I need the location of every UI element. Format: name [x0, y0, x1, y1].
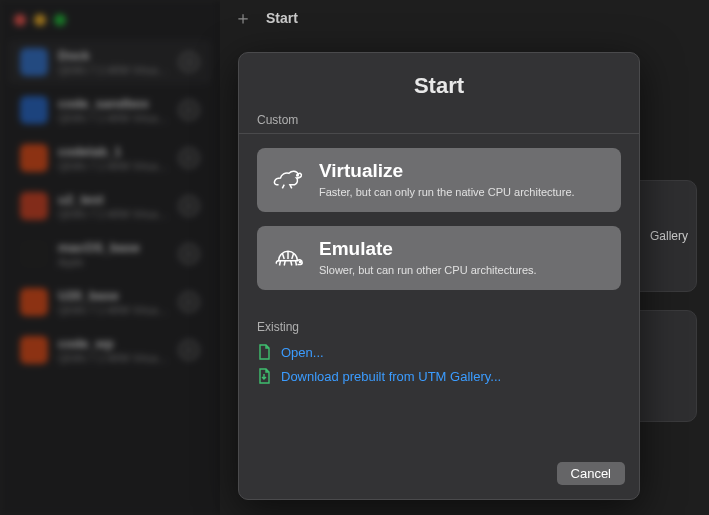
option-virtualize[interactable]: Virtualize Faster, but can only run the …	[257, 148, 621, 212]
option-desc: Slower, but can run other CPU architectu…	[319, 264, 537, 276]
section-label-existing: Existing	[239, 320, 639, 340]
sidebar-vm-item[interactable]: DockQEMU 7.2 ARM Virtual M…	[8, 40, 211, 84]
modal-footer: Cancel	[239, 450, 639, 499]
document-icon	[257, 344, 271, 360]
vm-os-icon	[20, 336, 48, 364]
play-icon[interactable]	[179, 148, 199, 168]
vm-subtitle: QEMU 7.2 ARM Virtual M…	[58, 161, 169, 172]
modal-title: Start	[239, 53, 639, 113]
vm-name: Dock	[58, 48, 169, 63]
vm-list: DockQEMU 7.2 ARM Virtual M…code_sandboxQ…	[0, 40, 219, 372]
zoom-window-button[interactable]	[54, 14, 66, 26]
vm-subtitle: QEMU 7.2 ARM Virtual M…	[58, 209, 169, 220]
document-download-icon	[257, 368, 271, 384]
svg-point-1	[300, 261, 302, 263]
vm-os-icon	[20, 48, 48, 76]
vm-name: codelab_1	[58, 144, 169, 159]
play-icon[interactable]	[179, 52, 199, 72]
tortoise-icon	[271, 242, 305, 272]
link-label: Open...	[281, 345, 324, 360]
minimize-window-button[interactable]	[34, 14, 46, 26]
link-download-gallery[interactable]: Download prebuilt from UTM Gallery...	[239, 364, 639, 388]
vm-sidebar: DockQEMU 7.2 ARM Virtual M…code_sandboxQ…	[0, 0, 220, 515]
hare-icon	[271, 164, 305, 194]
vm-subtitle: QEMU 7.2 ARM Virtual M…	[58, 113, 169, 124]
toolbar: ＋ Start	[220, 0, 709, 36]
vm-subtitle: QEMU 7.2 ARM Virtual M…	[58, 353, 169, 364]
sidebar-vm-item[interactable]: U20_baseQEMU 7.2 ARM Virtual M…	[8, 280, 211, 324]
option-emulate[interactable]: Emulate Slower, but can run other CPU ar…	[257, 226, 621, 290]
play-icon[interactable]	[179, 340, 199, 360]
sidebar-vm-item[interactable]: code_sandboxQEMU 7.2 ARM Virtual M…	[8, 88, 211, 132]
sidebar-vm-item[interactable]: macOS_baseApple	[8, 232, 211, 276]
play-icon[interactable]	[179, 244, 199, 264]
link-open[interactable]: Open...	[239, 340, 639, 364]
start-wizard-modal: Start Custom Virtualize Faster, but can …	[238, 52, 640, 500]
vm-name: code_wp	[58, 336, 169, 351]
sidebar-vm-item[interactable]: code_wpQEMU 7.2 ARM Virtual M…	[8, 328, 211, 372]
vm-name: macOS_base	[58, 240, 169, 255]
new-vm-button[interactable]: ＋	[234, 6, 252, 30]
vm-subtitle: QEMU 7.2 ARM Virtual M…	[58, 65, 169, 76]
vm-subtitle: QEMU 7.2 ARM Virtual M…	[58, 305, 169, 316]
link-label: Download prebuilt from UTM Gallery...	[281, 369, 501, 384]
vm-subtitle: Apple	[58, 257, 169, 268]
svg-point-0	[297, 174, 299, 176]
vm-name: code_sandbox	[58, 96, 169, 111]
vm-name: U20_base	[58, 288, 169, 303]
sidebar-vm-item[interactable]: codelab_1QEMU 7.2 ARM Virtual M…	[8, 136, 211, 180]
vm-os-icon	[20, 192, 48, 220]
vm-os-icon	[20, 240, 48, 268]
divider	[239, 133, 639, 134]
option-desc: Faster, but can only run the native CPU …	[319, 186, 575, 198]
toolbar-title: Start	[266, 10, 298, 26]
play-icon[interactable]	[179, 196, 199, 216]
window-controls	[0, 6, 219, 36]
cancel-button[interactable]: Cancel	[557, 462, 625, 485]
close-window-button[interactable]	[14, 14, 26, 26]
vm-os-icon	[20, 288, 48, 316]
vm-name: u2_test	[58, 192, 169, 207]
vm-os-icon	[20, 144, 48, 172]
sidebar-vm-item[interactable]: u2_testQEMU 7.2 ARM Virtual M…	[8, 184, 211, 228]
section-label-custom: Custom	[239, 113, 639, 133]
option-title: Emulate	[319, 238, 537, 260]
play-icon[interactable]	[179, 292, 199, 312]
app-window: DockQEMU 7.2 ARM Virtual M…code_sandboxQ…	[0, 0, 709, 515]
option-title: Virtualize	[319, 160, 575, 182]
play-icon[interactable]	[179, 100, 199, 120]
vm-os-icon	[20, 96, 48, 124]
